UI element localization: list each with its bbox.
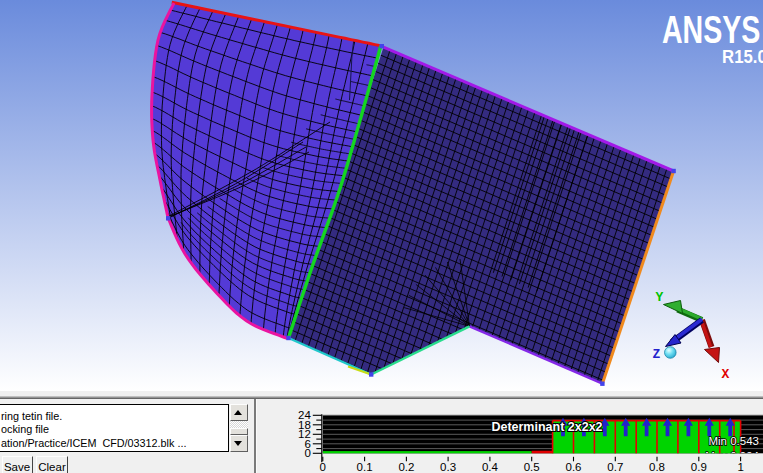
svg-text:Y: Y bbox=[656, 290, 664, 305]
svg-text:0.9: 0.9 bbox=[691, 461, 707, 473]
svg-text:Max 0.994: Max 0.994 bbox=[705, 450, 759, 462]
svg-text:0.8: 0.8 bbox=[649, 461, 665, 473]
svg-text:0.2: 0.2 bbox=[398, 461, 414, 473]
svg-text:0.4: 0.4 bbox=[482, 461, 499, 473]
svg-text:24: 24 bbox=[298, 409, 311, 421]
svg-text:0.5: 0.5 bbox=[524, 461, 540, 473]
svg-text:1: 1 bbox=[737, 461, 743, 473]
svg-text:0: 0 bbox=[320, 461, 326, 473]
svg-text:0.3: 0.3 bbox=[440, 461, 456, 473]
svg-text:Z: Z bbox=[653, 347, 661, 362]
svg-text:0.7: 0.7 bbox=[607, 461, 623, 473]
svg-text:Determinant 2x2x2: Determinant 2x2x2 bbox=[491, 420, 602, 434]
svg-text:X: X bbox=[722, 367, 730, 382]
svg-text:0.1: 0.1 bbox=[357, 461, 373, 473]
svg-text:Min 0.543: Min 0.543 bbox=[708, 435, 759, 447]
svg-text:0.6: 0.6 bbox=[566, 461, 582, 473]
